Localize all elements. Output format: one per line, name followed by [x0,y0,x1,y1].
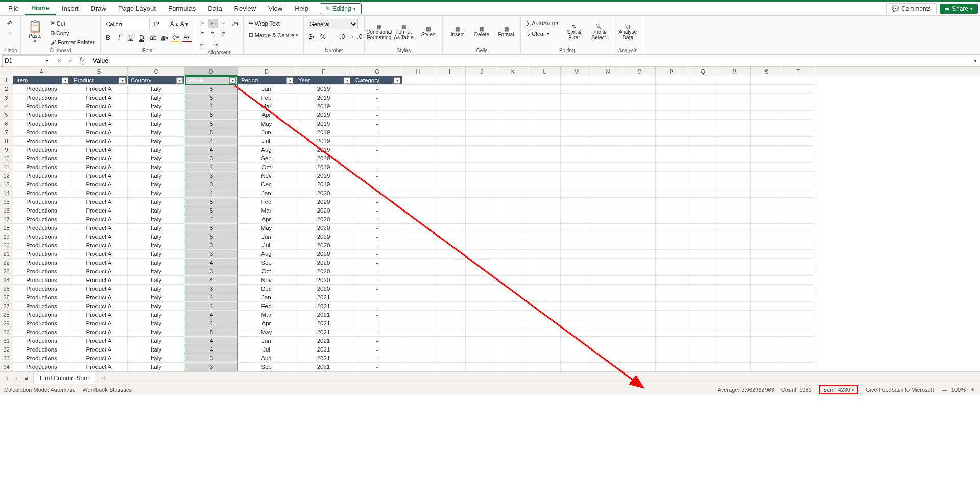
cell-M12[interactable] [561,172,592,180]
column-header-A[interactable]: A [13,67,70,76]
cell-T20[interactable] [782,241,814,250]
cell-I16[interactable] [434,206,466,215]
cell-F8[interactable]: 2019 [295,137,352,146]
cell-F13[interactable]: 2019 [295,180,352,189]
cell-J13[interactable] [466,180,497,189]
cell-R18[interactable] [719,224,751,232]
cell-O11[interactable] [624,163,656,172]
cell-O7[interactable] [624,128,656,137]
cell-D5[interactable]: 5 [185,111,238,120]
cell-H8[interactable] [402,137,434,146]
cell-P15[interactable] [656,198,687,206]
cell-A11[interactable]: Productions [13,163,70,172]
cell-F27[interactable]: 2021 [295,302,352,311]
cell-A14[interactable]: Productions [13,189,70,198]
cell-N22[interactable] [592,259,624,267]
cell-T11[interactable] [782,163,814,172]
cell-S7[interactable] [751,128,782,137]
sheet-tab-active[interactable]: Find Column Sum [33,372,95,384]
cell-H20[interactable] [402,241,434,250]
status-average[interactable]: Average: 3,962962963 [718,387,774,393]
cell-C17[interactable]: Italy [128,215,185,224]
cell-E11[interactable]: Oct [238,163,295,172]
cell-A24[interactable]: Productions [13,276,70,285]
cell-A32[interactable]: Productions [13,345,70,354]
cell-I24[interactable] [434,276,466,285]
cell-K33[interactable] [497,354,529,363]
cell-M4[interactable] [561,102,592,111]
cell-F33[interactable]: 2021 [295,354,352,363]
cell-T9[interactable] [782,146,814,154]
cell-R23[interactable] [719,267,751,276]
cell-S28[interactable] [751,311,782,319]
cell-B24[interactable]: Product A [70,276,128,285]
cell-M10[interactable] [561,154,592,163]
cell-R2[interactable] [719,85,751,94]
cell-R5[interactable] [719,111,751,120]
cell-N19[interactable] [592,232,624,241]
cell-Q23[interactable] [687,267,719,276]
cell-O12[interactable] [624,172,656,180]
cell-F1[interactable]: Year▾ [295,76,352,85]
cell-A16[interactable]: Productions [13,206,70,215]
cell-T32[interactable] [782,345,814,354]
cell-J14[interactable] [466,189,497,198]
cell-G17[interactable]: - [352,215,402,224]
cell-K12[interactable] [497,172,529,180]
cell-E20[interactable]: Jul [238,241,295,250]
wrap-text-button[interactable]: ↩Wrap Text [247,19,282,28]
cell-D19[interactable]: 5 [185,232,238,241]
cell-M18[interactable] [561,224,592,232]
cell-E18[interactable]: May [238,224,295,232]
align-top-button[interactable]: ≡ [198,19,207,28]
cell-F18[interactable]: 2020 [295,224,352,232]
cell-S8[interactable] [751,137,782,146]
fx-button[interactable]: fx [78,57,86,65]
cell-I4[interactable] [434,102,466,111]
cell-Q12[interactable] [687,172,719,180]
cell-F15[interactable]: 2020 [295,198,352,206]
font-size-input[interactable] [151,19,169,29]
cell-C2[interactable]: Italy [128,85,185,94]
cell-H7[interactable] [402,128,434,137]
cell-K9[interactable] [497,146,529,154]
cell-T17[interactable] [782,215,814,224]
row-header[interactable]: 17 [0,215,13,224]
cell-R25[interactable] [719,285,751,293]
cell-Q21[interactable] [687,250,719,259]
cell-J21[interactable] [466,250,497,259]
column-header-L[interactable]: L [529,67,561,76]
cell-M8[interactable] [561,137,592,146]
cell-R4[interactable] [719,102,751,111]
cell-I9[interactable] [434,146,466,154]
cell-O15[interactable] [624,198,656,206]
column-header-E[interactable]: E [238,67,295,76]
cell-A1[interactable]: Item▾ [13,76,70,85]
cell-F32[interactable]: 2021 [295,345,352,354]
cell-I10[interactable] [434,154,466,163]
cell-M31[interactable] [561,337,592,345]
cell-styles-button[interactable]: ▦Styles [417,19,439,44]
cell-B5[interactable]: Product A [70,111,128,120]
row-header[interactable]: 29 [0,319,13,328]
cell-C3[interactable]: Italy [128,94,185,102]
cell-G22[interactable]: - [352,259,402,267]
cell-R9[interactable] [719,146,751,154]
cell-D25[interactable]: 3 [185,285,238,293]
cell-Q14[interactable] [687,189,719,198]
decrease-font-button[interactable]: A▼ [180,19,189,29]
row-header[interactable]: 18 [0,224,13,232]
cell-T16[interactable] [782,206,814,215]
cell-F29[interactable]: 2021 [295,319,352,328]
cell-C6[interactable]: Italy [128,120,185,128]
cell-G3[interactable]: - [352,94,402,102]
cell-G10[interactable]: - [352,154,402,163]
cell-B7[interactable]: Product A [70,128,128,137]
cell-N23[interactable] [592,267,624,276]
cell-T19[interactable] [782,232,814,241]
row-header[interactable]: 16 [0,206,13,215]
cell-E12[interactable]: Nov [238,172,295,180]
cell-C9[interactable]: Italy [128,146,185,154]
row-header[interactable]: 5 [0,111,13,120]
cell-I8[interactable] [434,137,466,146]
